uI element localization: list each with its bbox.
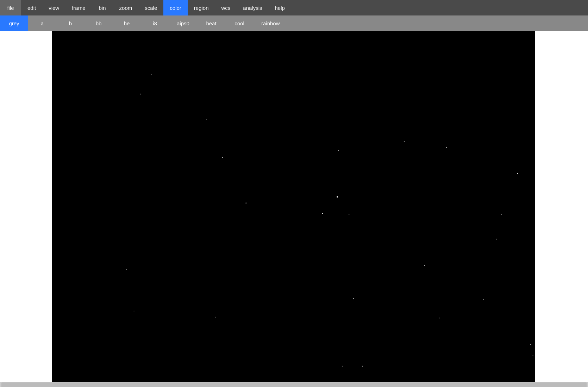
menu-item-analysis[interactable]: analysis — [237, 0, 268, 15]
image-area — [52, 31, 535, 382]
menu-item-edit[interactable]: edit — [21, 0, 42, 15]
color-item-aips0[interactable]: aips0 — [169, 15, 197, 31]
color-bar: greyabbbhei8aips0heatcoolrainbow — [0, 15, 588, 31]
menu-item-file[interactable]: file — [0, 0, 21, 15]
menu-item-help[interactable]: help — [269, 0, 291, 15]
color-item-rainbow[interactable]: rainbow — [254, 15, 288, 31]
app: fileeditviewframebinzoomscalecolorregion… — [0, 0, 588, 387]
color-item-he[interactable]: he — [113, 15, 141, 31]
menu-item-scale[interactable]: scale — [138, 0, 163, 15]
color-item-grey[interactable]: grey — [0, 15, 28, 31]
right-panel — [535, 31, 588, 382]
astronomy-image — [52, 31, 535, 381]
menu-bar: fileeditviewframebinzoomscalecolorregion… — [0, 0, 588, 15]
menu-item-zoom[interactable]: zoom — [113, 0, 139, 15]
menu-item-bin[interactable]: bin — [92, 0, 113, 15]
color-item-bb[interactable]: bb — [85, 15, 113, 31]
main-content — [0, 31, 588, 382]
color-item-b[interactable]: b — [56, 15, 85, 31]
bottom-scrollbar[interactable] — [0, 382, 588, 387]
scrollbar-track — [1, 382, 587, 387]
color-item-i8[interactable]: i8 — [141, 15, 169, 31]
menu-item-frame[interactable]: frame — [65, 0, 92, 15]
color-item-cool[interactable]: cool — [225, 15, 254, 31]
menu-item-view[interactable]: view — [42, 0, 65, 15]
menu-item-color[interactable]: color — [163, 0, 188, 15]
menu-item-region[interactable]: region — [188, 0, 215, 15]
color-item-heat[interactable]: heat — [197, 15, 225, 31]
menu-item-wcs[interactable]: wcs — [215, 0, 237, 15]
left-panel — [0, 31, 52, 382]
color-item-a[interactable]: a — [28, 15, 56, 31]
